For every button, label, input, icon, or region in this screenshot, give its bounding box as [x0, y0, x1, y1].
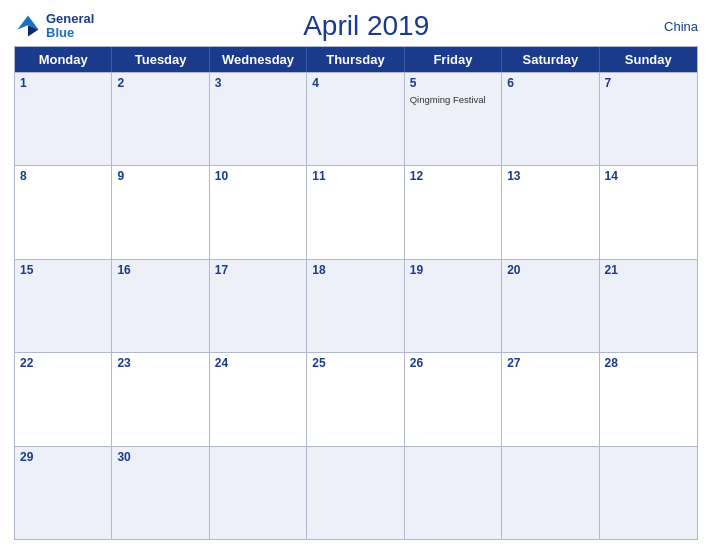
day-number: 16 — [117, 263, 203, 279]
day-number: 14 — [605, 169, 692, 185]
calendar-cell — [307, 447, 404, 539]
header-friday: Friday — [405, 47, 502, 72]
calendar-cell: 2 — [112, 73, 209, 165]
calendar-cell: 18 — [307, 260, 404, 352]
calendar-week-4: 22232425262728 — [15, 352, 697, 445]
logo-bird-icon — [14, 12, 42, 40]
day-number: 5 — [410, 76, 496, 92]
day-number: 22 — [20, 356, 106, 372]
day-number: 1 — [20, 76, 106, 92]
day-number: 13 — [507, 169, 593, 185]
logo-blue: Blue — [46, 26, 94, 40]
calendar-cell: 8 — [15, 166, 112, 258]
calendar-cell: 20 — [502, 260, 599, 352]
calendar-body: 12345Qingming Festival678910111213141516… — [15, 72, 697, 539]
day-number: 25 — [312, 356, 398, 372]
calendar-cell: 7 — [600, 73, 697, 165]
day-number: 9 — [117, 169, 203, 185]
day-number: 6 — [507, 76, 593, 92]
calendar-cell — [600, 447, 697, 539]
day-number: 12 — [410, 169, 496, 185]
day-number: 10 — [215, 169, 301, 185]
header-saturday: Saturday — [502, 47, 599, 72]
day-number: 21 — [605, 263, 692, 279]
calendar-cell: 21 — [600, 260, 697, 352]
day-number: 7 — [605, 76, 692, 92]
day-number: 23 — [117, 356, 203, 372]
calendar-week-2: 891011121314 — [15, 165, 697, 258]
calendar-cell: 1 — [15, 73, 112, 165]
header-thursday: Thursday — [307, 47, 404, 72]
calendar-header: Monday Tuesday Wednesday Thursday Friday… — [15, 47, 697, 72]
header-wednesday: Wednesday — [210, 47, 307, 72]
header-sunday: Sunday — [600, 47, 697, 72]
day-number: 30 — [117, 450, 203, 466]
country-label: China — [638, 19, 698, 34]
calendar: Monday Tuesday Wednesday Thursday Friday… — [14, 46, 698, 540]
month-title: April 2019 — [94, 10, 638, 42]
calendar-cell: 24 — [210, 353, 307, 445]
day-number: 15 — [20, 263, 106, 279]
day-number: 28 — [605, 356, 692, 372]
calendar-cell: 17 — [210, 260, 307, 352]
day-number: 11 — [312, 169, 398, 185]
calendar-cell — [405, 447, 502, 539]
calendar-week-3: 15161718192021 — [15, 259, 697, 352]
calendar-cell: 9 — [112, 166, 209, 258]
calendar-cell: 10 — [210, 166, 307, 258]
calendar-cell: 22 — [15, 353, 112, 445]
header-tuesday: Tuesday — [112, 47, 209, 72]
day-event: Qingming Festival — [410, 94, 496, 105]
logo-text: General Blue — [46, 12, 94, 41]
calendar-cell: 28 — [600, 353, 697, 445]
calendar-cell — [502, 447, 599, 539]
calendar-cell: 27 — [502, 353, 599, 445]
calendar-cell — [210, 447, 307, 539]
day-number: 29 — [20, 450, 106, 466]
day-number: 4 — [312, 76, 398, 92]
day-number: 24 — [215, 356, 301, 372]
calendar-cell: 3 — [210, 73, 307, 165]
calendar-cell: 4 — [307, 73, 404, 165]
logo-general: General — [46, 12, 94, 26]
calendar-cell: 5Qingming Festival — [405, 73, 502, 165]
day-number: 8 — [20, 169, 106, 185]
day-number: 27 — [507, 356, 593, 372]
day-number: 17 — [215, 263, 301, 279]
top-bar: General Blue April 2019 China — [14, 10, 698, 42]
calendar-cell: 12 — [405, 166, 502, 258]
calendar-cell: 29 — [15, 447, 112, 539]
calendar-cell: 19 — [405, 260, 502, 352]
day-number: 26 — [410, 356, 496, 372]
calendar-cell: 13 — [502, 166, 599, 258]
day-number: 2 — [117, 76, 203, 92]
calendar-cell: 15 — [15, 260, 112, 352]
header-monday: Monday — [15, 47, 112, 72]
logo: General Blue — [14, 12, 94, 41]
day-number: 18 — [312, 263, 398, 279]
page: General Blue April 2019 China Monday Tue… — [0, 0, 712, 550]
day-number: 3 — [215, 76, 301, 92]
calendar-cell: 23 — [112, 353, 209, 445]
calendar-cell: 30 — [112, 447, 209, 539]
day-number: 20 — [507, 263, 593, 279]
calendar-cell: 26 — [405, 353, 502, 445]
calendar-cell: 6 — [502, 73, 599, 165]
calendar-cell: 16 — [112, 260, 209, 352]
day-number: 19 — [410, 263, 496, 279]
calendar-cell: 25 — [307, 353, 404, 445]
calendar-cell: 14 — [600, 166, 697, 258]
calendar-week-5: 2930 — [15, 446, 697, 539]
calendar-cell: 11 — [307, 166, 404, 258]
calendar-week-1: 12345Qingming Festival67 — [15, 72, 697, 165]
